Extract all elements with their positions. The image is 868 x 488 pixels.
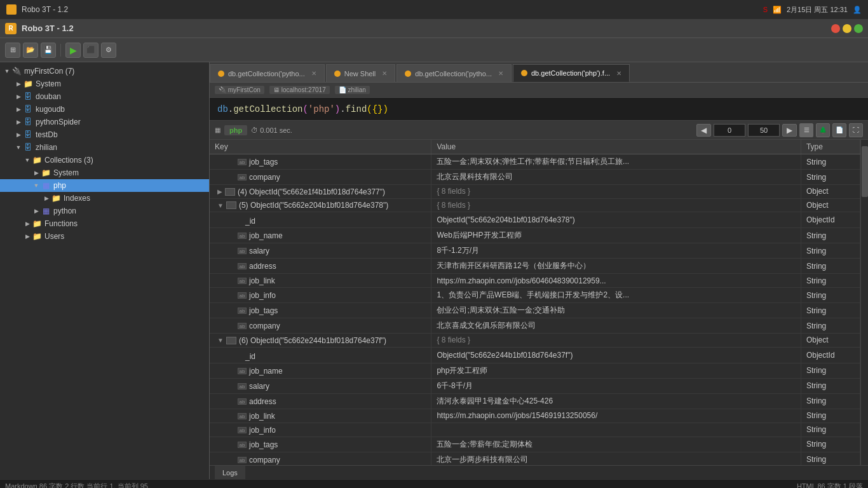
tab-close-2[interactable]: ✕ bbox=[498, 70, 503, 77]
table-row[interactable]: abjob_info 1、负责公司产品WEB端、手机端接口开发与维护2、设...… bbox=[210, 288, 860, 303]
table-row[interactable]: abcompany 北京一步两步科技有限公司 String bbox=[210, 452, 860, 465]
col-header-type: Type bbox=[801, 140, 860, 154]
table-row[interactable]: absalary 6千-8千/月 String bbox=[210, 378, 860, 393]
expand-arrow-python: ▶ bbox=[32, 208, 41, 214]
host-badge: 🖥 localhost:27017 bbox=[269, 86, 330, 94]
text-view-btn[interactable]: 📄 bbox=[832, 123, 846, 137]
result-toolbar: ▦ php ⏱ 0.001 sec. ◀ ▶ ☰ 🌲 📄 ⛶ bbox=[210, 121, 868, 140]
table-row[interactable]: absalary 8千-1.2万/月 String bbox=[210, 243, 860, 259]
toolbar-run-btn[interactable]: ▶ bbox=[65, 43, 81, 58]
table-row[interactable]: abjob_tags 五险一金;周末双休;弹性工作;带薪年假;节日福利;员工旅.… bbox=[210, 154, 860, 170]
sidebar-item-zhilian[interactable]: ▼ 🗄 zhilian bbox=[0, 141, 209, 154]
page-size-input[interactable] bbox=[748, 124, 780, 137]
sidebar-item-python[interactable]: ▶ ▦ python bbox=[0, 205, 209, 217]
folder-icon-system: 📁 bbox=[23, 79, 33, 89]
maximize-button[interactable] bbox=[854, 24, 863, 33]
row-key: abjob_link bbox=[210, 409, 431, 423]
prev-page-btn[interactable]: ◀ bbox=[696, 124, 711, 137]
minimize-button[interactable] bbox=[843, 24, 851, 33]
tab-close-0[interactable]: ✕ bbox=[311, 70, 316, 77]
table-view-btn[interactable]: ☰ bbox=[799, 123, 813, 137]
collections-label: Collections (3) bbox=[44, 156, 93, 165]
expand-arrow-users: ▶ bbox=[23, 233, 32, 240]
row-key: ▼(5) ObjectId("5c662e204b1bf018d764e378"… bbox=[210, 198, 431, 212]
table-row[interactable]: abjob_name php开发工程师 String bbox=[210, 363, 860, 378]
row-value: 清河永泰园甲1号建金中心425-426 bbox=[431, 393, 801, 409]
table-row[interactable]: abjob_tags 五险一金;带薪年假;定期体检 String bbox=[210, 437, 860, 452]
table-row[interactable]: abjob_info String bbox=[210, 423, 860, 437]
vertical-scrollbar[interactable] bbox=[860, 140, 868, 465]
sidebar-item-testdb[interactable]: ▶ 🗄 testDb bbox=[0, 128, 209, 141]
sidebar-item-functions[interactable]: ▶ 📁 Functions bbox=[0, 217, 209, 230]
row-key: _id bbox=[210, 212, 431, 228]
tab-3[interactable]: db.getCollection('php').f... ✕ bbox=[513, 64, 630, 82]
table-row[interactable]: _id ObjectId("5c662e244b1bf018d764e37f")… bbox=[210, 347, 860, 363]
sidebar-item-users[interactable]: ▶ 📁 Users bbox=[0, 230, 209, 243]
tab-icon-0 bbox=[218, 71, 224, 77]
main-layout: ▼ 🔌 myFirstCon (7) ▶ 📁 System ▶ 🗄 douban… bbox=[0, 62, 868, 479]
kugoudb-label: kugoudb bbox=[36, 105, 65, 114]
tab-close-3[interactable]: ✕ bbox=[616, 70, 621, 77]
tree-view-btn[interactable]: 🌲 bbox=[816, 123, 830, 137]
tab-1[interactable]: New Shell ✕ bbox=[326, 64, 396, 82]
indexes-label: Indexes bbox=[64, 194, 90, 203]
sidebar-item-pythonspider[interactable]: ▶ 🗄 pythonSpider bbox=[0, 116, 209, 128]
host-icon: 🖥 bbox=[273, 86, 280, 93]
page-input[interactable] bbox=[714, 124, 745, 137]
toolbar-settings-btn[interactable]: ⚙ bbox=[101, 43, 116, 58]
expand-view-btn[interactable]: ⛶ bbox=[849, 123, 863, 137]
row-type: String bbox=[801, 154, 860, 170]
user-icon: 👤 bbox=[853, 6, 862, 14]
table-row[interactable]: ▼(6) ObjectId("5c662e244b1bf018d764e37f"… bbox=[210, 334, 860, 348]
table-row[interactable]: _id ObjectId("5c662e204b1bf018d764e378")… bbox=[210, 212, 860, 228]
table-row[interactable]: abjob_link https://m.zhaopin.com//jobs/1… bbox=[210, 409, 860, 423]
table-row[interactable]: abcompany 北京云晁科技有限公司 String bbox=[210, 170, 860, 185]
sidebar-item-system-coll[interactable]: ▶ 📁 System bbox=[0, 166, 209, 179]
table-row[interactable]: ▶(4) ObjectId("5c662e1f4b1bf018d764e377"… bbox=[210, 185, 860, 199]
sidebar-item-system-root[interactable]: ▶ 📁 System bbox=[0, 78, 209, 90]
app-logo: R bbox=[5, 23, 17, 34]
row-key: abaddress bbox=[210, 393, 431, 409]
toolbar-open-btn[interactable]: 📂 bbox=[23, 43, 38, 58]
tab-close-1[interactable]: ✕ bbox=[382, 70, 387, 77]
sidebar-item-php[interactable]: ▼ ▦ php bbox=[0, 179, 209, 192]
result-table-container[interactable]: Key Value Type abjob_tags 五险一金;周末双休;弹性工作… bbox=[210, 140, 860, 465]
connection-icon: 🔌 bbox=[219, 86, 226, 93]
tree-connection[interactable]: ▼ 🔌 myFirstCon (7) bbox=[0, 65, 209, 78]
row-key: abjob_name bbox=[210, 363, 431, 378]
sidebar-item-douban[interactable]: ▶ 🗄 douban bbox=[0, 90, 209, 103]
row-type: String bbox=[801, 378, 860, 393]
next-page-btn[interactable]: ▶ bbox=[782, 124, 797, 137]
toolbar-save-btn[interactable]: 💾 bbox=[41, 43, 56, 58]
close-button[interactable] bbox=[831, 24, 840, 33]
main-toolbar: ⊞ 📂 💾 ▶ ⬛ ⚙ bbox=[0, 38, 868, 62]
table-row[interactable]: ▼(5) ObjectId("5c662e204b1bf018d764e378"… bbox=[210, 198, 860, 212]
toolbar-connect-btn[interactable]: ⊞ bbox=[5, 43, 20, 58]
expand-arrow-indexes: ▶ bbox=[42, 195, 51, 201]
sidebar-item-collections[interactable]: ▼ 📁 Collections (3) bbox=[0, 154, 209, 166]
row-key: abcompany bbox=[210, 170, 431, 185]
table-row[interactable]: abjob_name Web后端PHP开发工程师 String bbox=[210, 228, 860, 243]
tab-2[interactable]: db.getCollection('pytho... ✕ bbox=[397, 64, 512, 82]
table-row[interactable]: abcompany 北京喜成文化俱乐部有限公司 String bbox=[210, 318, 860, 334]
table-row[interactable]: abaddress 清河永泰园甲1号建金中心425-426 String bbox=[210, 393, 860, 409]
tab-0[interactable]: db.getCollection('pytho... ✕ bbox=[210, 64, 325, 82]
sidebar-item-indexes[interactable]: ▶ 📁 Indexes bbox=[0, 192, 209, 205]
expand-arrow-zhilian: ▼ bbox=[14, 144, 23, 151]
query-input-bar[interactable]: db.getCollection('php').find({}) bbox=[210, 98, 868, 121]
row-key: abjob_tags bbox=[210, 437, 431, 452]
row-type: String bbox=[801, 363, 860, 378]
scroll-thumb[interactable] bbox=[862, 146, 868, 197]
connection-label: myFirstCon (7) bbox=[24, 67, 74, 76]
table-row[interactable]: abjob_link https://m.zhaopin.com//jobs/6… bbox=[210, 274, 860, 288]
table-row[interactable]: abaddress 天津市南开区科研西路12号（创业服务中心） String bbox=[210, 259, 860, 274]
window-controls[interactable] bbox=[831, 24, 863, 33]
toolbar-stop-btn[interactable]: ⬛ bbox=[83, 43, 98, 58]
expand-arrow-functions: ▶ bbox=[23, 220, 32, 227]
table-row[interactable]: abjob_tags 创业公司;周末双休;五险一金;交通补助 String bbox=[210, 303, 860, 318]
row-value: https://m.zhaopin.com//jobs/604604839001… bbox=[431, 274, 801, 288]
logs-tab[interactable]: Logs bbox=[215, 466, 245, 480]
col-header-value: Value bbox=[431, 140, 801, 154]
sidebar-item-kugoudb[interactable]: ▶ 🗄 kugoudb bbox=[0, 103, 209, 116]
tab-label-0: db.getCollection('pytho... bbox=[228, 70, 305, 78]
